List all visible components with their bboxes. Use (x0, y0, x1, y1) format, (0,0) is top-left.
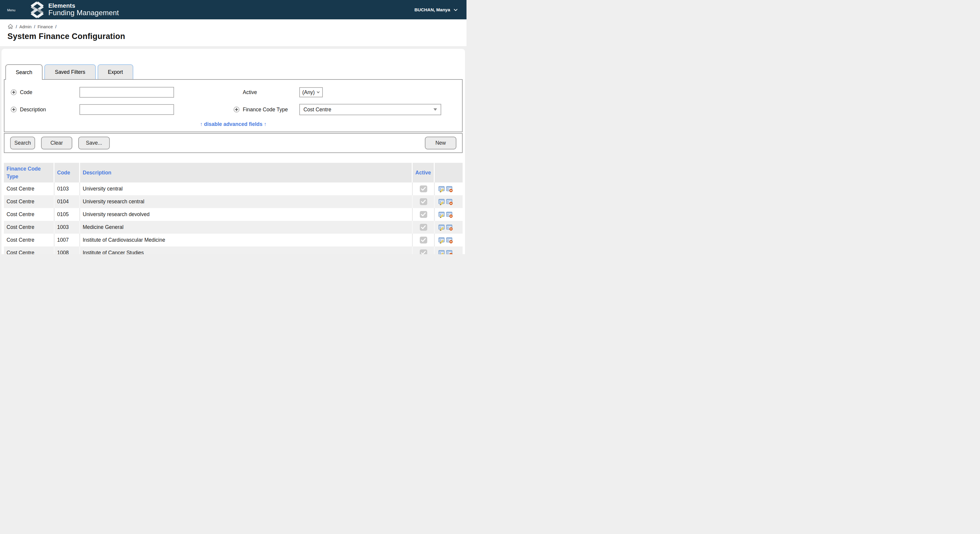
cell-actions (435, 234, 463, 247)
cell-active (413, 247, 435, 254)
column-header-active[interactable]: Active (413, 163, 435, 182)
edit-record-icon[interactable] (438, 211, 445, 218)
column-header-finance-code-type[interactable]: Finance Code Type (4, 163, 54, 182)
delete-record-icon[interactable] (446, 237, 453, 244)
column-header-description[interactable]: Description (80, 163, 413, 182)
edit-record-icon[interactable] (438, 186, 445, 192)
save-button[interactable]: Save... (78, 137, 110, 150)
cell-description: University research devolved (80, 208, 413, 221)
cell-code: 0105 (54, 208, 80, 221)
tab-export[interactable]: Export (98, 64, 134, 79)
finance-code-type-field-row: Finance Code Type Cost Centre (233, 104, 462, 115)
table-row: Cost Centre1007Institute of Cardiovascul… (4, 234, 463, 247)
cell-finance-code-type: Cost Centre (4, 221, 54, 234)
table-header-row: Finance Code Type Code Description Activ… (4, 163, 463, 182)
table-row: Cost Centre0105University research devol… (4, 208, 463, 221)
menu-button[interactable]: Menu (7, 8, 16, 12)
home-icon[interactable] (8, 24, 13, 30)
breadcrumb-finance[interactable]: Finance (38, 24, 53, 29)
description-label: Description (20, 107, 46, 113)
cell-description: Medicine General (80, 221, 413, 234)
results-table: Finance Code Type Code Description Activ… (4, 163, 463, 254)
new-button[interactable]: New (425, 137, 457, 150)
chevron-down-icon (317, 91, 320, 94)
delete-record-icon[interactable] (446, 199, 453, 205)
active-checkbox[interactable] (420, 198, 427, 205)
cell-actions (435, 195, 463, 208)
breadcrumb-admin[interactable]: Admin (19, 24, 32, 29)
code-field-row: Code (5, 87, 233, 98)
delete-record-icon[interactable] (446, 224, 453, 231)
edit-record-icon[interactable] (438, 199, 445, 205)
column-header-code[interactable]: Code (54, 163, 80, 182)
table-row: Cost Centre1003Medicine General (4, 221, 463, 234)
active-checkbox[interactable] (420, 224, 427, 231)
plus-circle-icon[interactable] (10, 106, 17, 113)
menu-label: Menu (7, 8, 16, 12)
tabs: SearchSaved FiltersExport (4, 64, 463, 79)
cell-description: University central (80, 182, 413, 195)
finance-code-type-value: Cost Centre (304, 107, 331, 113)
caret-down-icon (433, 108, 437, 111)
edit-record-icon[interactable] (438, 224, 445, 231)
cell-description: Institute of Cancer Studies (80, 247, 413, 254)
edit-record-icon[interactable] (438, 237, 445, 244)
content-panel: SearchSaved FiltersExport Code (2, 49, 465, 254)
cell-code: 0104 (54, 195, 80, 208)
cell-active (413, 208, 435, 221)
delete-record-icon[interactable] (446, 250, 453, 255)
table-body: Cost Centre0103University central Cost C… (4, 182, 463, 254)
delete-record-icon[interactable] (446, 186, 453, 192)
breadcrumb-separator: / (16, 24, 17, 29)
tab-saved-filters[interactable]: Saved Filters (45, 64, 95, 79)
column-header-actions (435, 163, 463, 182)
user-menu[interactable]: BUCHAN, Manya (414, 7, 458, 12)
search-button[interactable]: Search (10, 137, 35, 150)
active-select[interactable]: (Any) (299, 87, 323, 97)
description-input[interactable] (80, 104, 174, 115)
plus-circle-icon[interactable] (233, 106, 240, 113)
edit-record-icon[interactable] (438, 250, 445, 255)
breadcrumb: / Admin / Finance / (8, 24, 466, 30)
cell-finance-code-type: Cost Centre (4, 195, 54, 208)
cell-code: 1008 (54, 247, 80, 254)
table-row: Cost Centre0103University central (4, 182, 463, 195)
active-checkbox[interactable] (420, 237, 427, 244)
delete-record-icon[interactable] (446, 211, 453, 218)
cell-actions (435, 208, 463, 221)
app-header: Menu Elements Funding Management BUCHAN,… (0, 0, 466, 19)
cell-finance-code-type: Cost Centre (4, 208, 54, 221)
active-field-row: Active (Any) (233, 87, 462, 98)
cell-finance-code-type: Cost Centre (4, 182, 54, 195)
app-title-line2: Funding Management (48, 9, 119, 17)
breadcrumb-section: / Admin / Finance / System Finance Confi… (0, 19, 466, 46)
active-select-value: (Any) (302, 89, 315, 96)
finance-code-type-select[interactable]: Cost Centre (299, 104, 441, 115)
elements-logo (30, 2, 44, 18)
cell-code: 0103 (54, 182, 80, 195)
finance-code-type-label: Finance Code Type (243, 107, 288, 113)
active-checkbox[interactable] (420, 211, 427, 218)
elements-logo-icon (30, 2, 44, 18)
description-field-row: Description (5, 104, 233, 115)
plus-circle-icon[interactable] (10, 89, 17, 96)
cell-finance-code-type: Cost Centre (4, 234, 54, 247)
breadcrumb-separator: / (55, 24, 57, 29)
cell-description: University research central (80, 195, 413, 208)
active-checkbox[interactable] (420, 249, 427, 254)
cell-active (413, 182, 435, 195)
clear-button[interactable]: Clear (41, 137, 72, 150)
active-checkbox[interactable] (420, 185, 427, 192)
tab-search[interactable]: Search (5, 64, 43, 80)
disable-advanced-fields-link[interactable]: ↑ disable advanced fields ↑ (200, 121, 267, 127)
breadcrumb-separator: / (34, 24, 35, 29)
cell-finance-code-type: Cost Centre (4, 247, 54, 254)
cell-active (413, 234, 435, 247)
cell-description: Institute of Cardiovascular Medicine (80, 234, 413, 247)
form-actions: Search Clear Save... New (4, 133, 463, 153)
cell-actions (435, 221, 463, 234)
table-row: Cost Centre0104University research centr… (4, 195, 463, 208)
code-input[interactable] (80, 87, 174, 98)
chevron-down-icon (454, 7, 458, 12)
page-title: System Finance Configuration (8, 32, 466, 41)
